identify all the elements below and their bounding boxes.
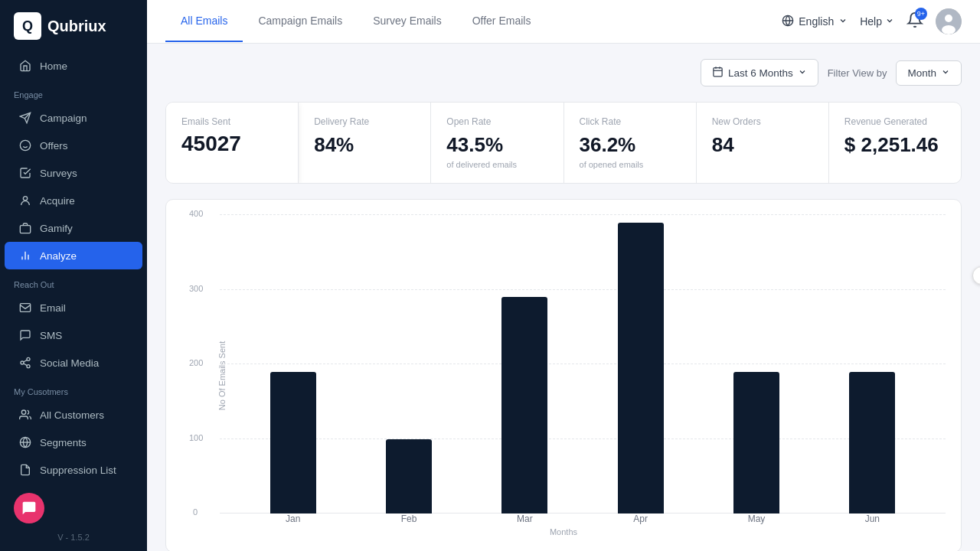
tab-all-emails[interactable]: All Emails xyxy=(165,1,243,42)
bar-fill xyxy=(270,372,316,514)
stat-label: Emails Sent xyxy=(181,116,283,127)
sidebar-item-label: Home xyxy=(40,60,67,72)
sidebar-item-acquire[interactable]: Acquire xyxy=(5,187,142,214)
help-button[interactable]: Help xyxy=(860,15,894,28)
x-label-apr: Apr xyxy=(583,514,698,524)
grid-label-100: 100 xyxy=(189,433,203,442)
sidebar-item-label: All Customers xyxy=(40,409,104,421)
stat-value: 84% xyxy=(314,133,415,157)
svg-point-0 xyxy=(20,140,30,150)
svg-rect-8 xyxy=(20,304,30,312)
stat-value: $ 2,251.46 xyxy=(844,133,946,157)
campaign-icon xyxy=(18,111,32,125)
user-avatar[interactable] xyxy=(936,8,962,34)
x-label-jan: Jan xyxy=(235,514,351,524)
stat-delivery-rate: Delivery Rate 84% xyxy=(299,103,431,183)
language-button[interactable]: English xyxy=(782,15,848,29)
sidebar-item-label: Acquire xyxy=(40,195,75,207)
nav-tabs: All Emails Campaign Emails Survey Emails… xyxy=(165,1,782,42)
app-name: Qubriux xyxy=(47,18,106,35)
bar-fill xyxy=(501,297,547,514)
analyze-icon xyxy=(18,249,32,262)
bar-fill xyxy=(849,372,895,514)
main-content: All Emails Campaign Emails Survey Emails… xyxy=(147,0,980,551)
acquire-icon xyxy=(18,194,32,207)
date-range-button[interactable]: Last 6 Months xyxy=(701,59,818,86)
svg-point-19 xyxy=(942,25,956,34)
x-axis-title: Months xyxy=(181,527,946,536)
offers-icon xyxy=(18,139,32,152)
sidebar-item-label: Offers xyxy=(40,140,68,152)
sidebar-item-label: Social Media xyxy=(40,357,99,369)
svg-line-13 xyxy=(24,360,28,362)
stat-value: 45027 xyxy=(181,133,283,155)
sidebar-item-surveys[interactable]: Surveys xyxy=(5,159,142,187)
x-label-may: May xyxy=(698,514,814,524)
sidebar-item-gamify[interactable]: Gamify xyxy=(5,214,142,242)
surveys-icon xyxy=(18,166,32,180)
chevron-down-icon xyxy=(885,15,894,28)
sidebar-item-analyze[interactable]: Analyze xyxy=(5,242,142,269)
grid-label-300: 300 xyxy=(189,284,203,293)
sidebar-item-suppression-list[interactable]: Suppression List xyxy=(5,456,142,484)
bar-feb xyxy=(386,215,432,514)
gamify-icon xyxy=(18,221,32,235)
help-label: Help xyxy=(860,15,882,28)
stat-revenue: Revenue Generated $ 2,251.46 xyxy=(829,103,961,183)
chevron-down-icon xyxy=(941,67,950,79)
stats-row: Emails Sent 45027 Delivery Rate 84% Open… xyxy=(165,102,962,184)
section-my-customers: My Cusotmers xyxy=(0,377,147,401)
view-by-button[interactable]: Month xyxy=(896,60,962,86)
chevron-down-icon xyxy=(838,15,848,28)
sidebar-item-offers[interactable]: Offers xyxy=(5,132,142,159)
top-nav: All Emails Campaign Emails Survey Emails… xyxy=(147,0,980,44)
svg-point-18 xyxy=(945,15,952,22)
svg-point-3 xyxy=(23,197,27,201)
tab-campaign-emails[interactable]: Campaign Emails xyxy=(243,1,358,42)
stat-label: Open Rate xyxy=(446,116,547,127)
sidebar-item-home[interactable]: Home xyxy=(5,52,142,80)
sidebar-item-segments[interactable]: Segments xyxy=(5,429,142,456)
sidebar-item-all-customers[interactable]: All Customers xyxy=(5,401,142,429)
x-axis-labels: Jan Feb Mar Apr May Jun xyxy=(220,514,946,524)
sidebar-item-email[interactable]: Email xyxy=(5,294,142,321)
tab-offer-emails[interactable]: Offer Emails xyxy=(457,1,547,42)
content-area: Last 6 Months Filter View by Month Email… xyxy=(147,44,980,551)
bar-fill xyxy=(733,372,779,514)
chevron-down-icon xyxy=(798,67,807,79)
view-by-value: Month xyxy=(907,67,936,79)
sidebar-item-label: Suppression List xyxy=(40,465,116,476)
sidebar-item-label: Surveys xyxy=(40,168,77,179)
stat-label: Delivery Rate xyxy=(314,116,415,127)
logo-mark: Q xyxy=(22,18,33,34)
logo-area: Q Qubriux xyxy=(0,0,147,52)
notification-badge: 9+ xyxy=(915,8,927,20)
sidebar-item-campaign[interactable]: Campaign xyxy=(5,104,142,132)
notifications-button[interactable]: 9+ xyxy=(906,11,923,31)
stat-click-rate: Click Rate 36.2% of opened emails xyxy=(564,103,697,183)
x-label-mar: Mar xyxy=(467,514,583,524)
tab-survey-emails[interactable]: Survey Emails xyxy=(358,1,456,42)
svg-line-12 xyxy=(24,364,28,366)
stat-emails-sent: Emails Sent 45027 xyxy=(166,103,299,183)
email-icon xyxy=(18,301,32,315)
bar-may xyxy=(733,215,779,514)
app-version: V - 1.5.2 xyxy=(57,533,90,542)
sidebar-item-sms[interactable]: SMS xyxy=(5,321,142,349)
grid-label-0: 0 xyxy=(193,507,198,517)
svg-point-11 xyxy=(27,365,30,368)
stat-new-orders: New Orders 84 xyxy=(697,103,829,183)
segments-icon xyxy=(18,435,32,449)
bar-apr xyxy=(618,215,664,514)
bar-mar xyxy=(501,215,547,514)
sidebar-item-label: Campaign xyxy=(40,112,87,124)
svg-point-9 xyxy=(27,357,30,360)
sidebar: Q Qubriux Home Engage Campaign Offers Su… xyxy=(0,0,147,551)
sidebar-item-label: Gamify xyxy=(40,223,73,234)
sidebar-item-social-media[interactable]: Social Media xyxy=(5,349,142,377)
chat-button[interactable] xyxy=(14,493,44,523)
chart-wrap: No Of Emails Sent 0 100 xyxy=(181,215,946,536)
section-engage: Engage xyxy=(0,80,147,104)
stat-open-rate: Open Rate 43.5% of delivered emails xyxy=(431,103,564,183)
calendar-icon xyxy=(712,66,724,80)
